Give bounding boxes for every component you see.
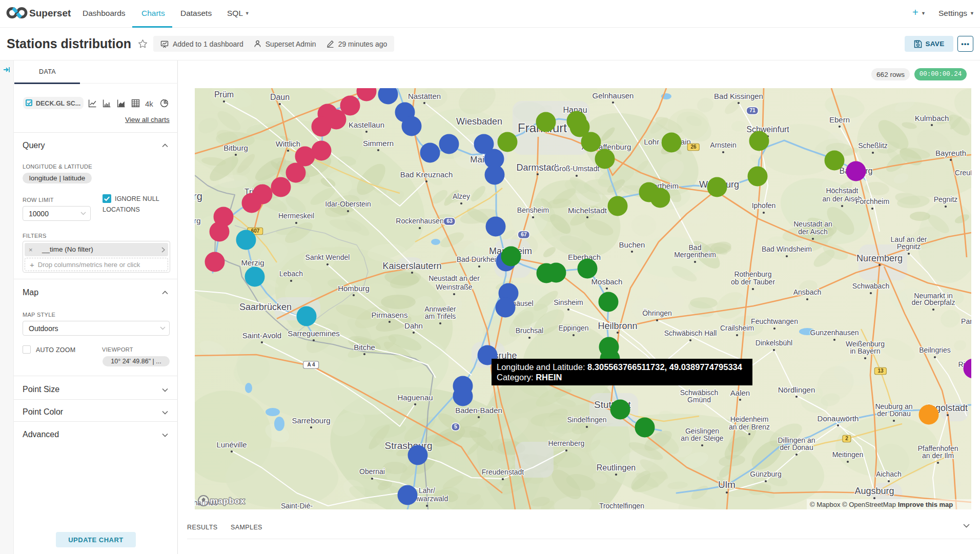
svg-text:Kastellaun: Kastellaun: [349, 120, 384, 129]
svg-text:ob der Tauber: ob der Tauber: [731, 278, 775, 286]
svg-text:Sarrebourg: Sarrebourg: [292, 416, 330, 425]
svg-text:Darmstadt: Darmstadt: [516, 162, 559, 173]
svg-text:Michelstadt: Michelstadt: [568, 206, 607, 215]
svg-text:Bad Dürkheim: Bad Dürkheim: [457, 255, 502, 263]
svg-text:Neustadt an der: Neustadt an der: [428, 274, 480, 282]
svg-text:Iphofen: Iphofen: [752, 201, 776, 210]
svg-text:in Bayern: in Bayern: [850, 347, 880, 355]
svg-text:Gelnhausen: Gelnhausen: [593, 91, 634, 100]
svg-text:© Mapbox © OpenStreetMap Impro: © Mapbox © OpenStreetMap Improve this ma…: [810, 501, 953, 508]
svg-text:Aalen: Aalen: [730, 388, 750, 397]
svg-text:Freudenstadt: Freudenstadt: [482, 468, 524, 476]
svg-text:67: 67: [521, 231, 527, 237]
svg-text:Herrenberg: Herrenberg: [548, 439, 585, 447]
svg-text:Haguenau: Haguenau: [397, 393, 433, 402]
svg-text:Donauwörth: Donauwörth: [818, 414, 859, 423]
svg-text:Nuremberg: Nuremberg: [856, 253, 903, 263]
svg-text:Bad Kissingen: Bad Kissingen: [714, 92, 763, 100]
svg-text:an der Steige: an der Steige: [681, 434, 723, 442]
svg-text:Obernai: Obernai: [359, 467, 385, 476]
svg-text:Merzig: Merzig: [241, 258, 264, 267]
svg-text:rg: rg: [195, 216, 201, 225]
svg-text:Rockenhausen: Rockenhausen: [396, 217, 443, 225]
svg-text:Scheßlitz: Scheßlitz: [858, 141, 888, 150]
svg-text:Schwäbisch Hall: Schwäbisch Hall: [664, 329, 717, 337]
svg-text:Feuchtwangen: Feuchtwangen: [751, 317, 798, 325]
svg-text:Bad Windsheim: Bad Windsheim: [762, 245, 812, 253]
svg-text:Heilbronn: Heilbronn: [598, 321, 637, 331]
svg-text:Bensheim: Bensheim: [517, 206, 549, 214]
svg-text:Daun: Daun: [270, 93, 290, 101]
svg-text:Bayreuth: Bayreuth: [935, 149, 966, 157]
svg-text:Weinstraße: Weinstraße: [436, 283, 473, 291]
svg-text:Trochtelfingen: Trochtelfingen: [599, 502, 644, 509]
svg-text:Nördlingen: Nördlingen: [778, 385, 815, 394]
svg-text:Kaiserslautern: Kaiserslautern: [382, 261, 441, 271]
svg-text:Forchheim: Forchheim: [855, 197, 889, 206]
svg-text:Neustadt an: Neustadt an: [793, 220, 832, 228]
svg-text:Öhringen: Öhringen: [642, 309, 672, 317]
svg-text:Buchen: Buchen: [619, 240, 645, 249]
svg-text:Schwabach: Schwabach: [852, 282, 889, 290]
svg-text:63: 63: [446, 218, 453, 224]
svg-text:Bad Kreuznach: Bad Kreuznach: [400, 170, 453, 179]
svg-text:2: 2: [845, 436, 848, 441]
svg-text:Heidenheim: Heidenheim: [730, 415, 769, 423]
svg-text:Sinsheim: Sinsheim: [554, 298, 583, 306]
svg-text:Mergentheim: Mergentheim: [674, 251, 716, 259]
svg-text:Saint-Avold: Saint-Avold: [242, 331, 281, 340]
svg-text:Meitingen: Meitingen: [832, 450, 864, 459]
svg-text:Lunéville: Lunéville: [216, 440, 247, 449]
svg-text:Wiesbaden: Wiesbaden: [456, 116, 502, 127]
svg-text:Groß-Umstadt: Groß-Umstadt: [554, 165, 600, 173]
svg-text:Baden-Baden: Baden-Baden: [455, 406, 502, 415]
svg-text:Günzburg: Günzburg: [750, 470, 781, 478]
svg-text:Sarreguemines: Sarreguemines: [288, 329, 340, 338]
svg-text:Bitche: Bitche: [354, 343, 375, 352]
svg-text:rg: rg: [195, 191, 202, 202]
svg-text:Aichach: Aichach: [876, 470, 902, 478]
svg-text:Ebern: Ebern: [829, 115, 850, 124]
svg-text:Bruchsal: Bruchsal: [516, 326, 543, 335]
svg-text:Sankt Wendel: Sankt Wendel: [305, 253, 350, 261]
svg-text:Pirmasens: Pirmasens: [372, 311, 408, 319]
svg-text:26: 26: [690, 144, 697, 150]
svg-text:Homburg: Homburg: [338, 284, 370, 293]
svg-text:an der Ilm: an der Ilm: [922, 452, 954, 460]
svg-text:Sindelfingen: Sindelfingen: [567, 416, 606, 424]
svg-text:Eppingen: Eppingen: [558, 324, 588, 332]
svg-text:Saarbrücken: Saarbrücken: [239, 302, 292, 312]
svg-text:Gunzenhausen: Gunzenhausen: [810, 329, 859, 337]
svg-text:der Aisch: der Aisch: [798, 228, 828, 236]
svg-text:Reutlingen: Reutlingen: [597, 463, 636, 472]
svg-text:Augsburg: Augsburg: [854, 486, 894, 496]
svg-text:Pegnitz: Pegnitz: [897, 242, 921, 251]
svg-text:Pegnitz: Pegnitz: [934, 195, 958, 203]
svg-text:Creußen: Creußen: [955, 169, 971, 177]
svg-text:Simmern: Simmern: [363, 139, 394, 148]
svg-text:Rothenburg: Rothenburg: [734, 270, 771, 278]
svg-text:der Oberpfalz: der Oberpfalz: [912, 298, 955, 306]
svg-text:Arnstein: Arnstein: [710, 141, 736, 149]
svg-text:der Donau: der Donau: [877, 409, 910, 418]
svg-text:der Donau: der Donau: [780, 443, 813, 452]
svg-text:am Trifels: am Trifels: [425, 312, 456, 320]
svg-text:A 4: A 4: [307, 362, 315, 367]
svg-text:Crailsheim: Crailsheim: [720, 324, 754, 332]
svg-text:Idar-Oberstein: Idar-Oberstein: [325, 200, 371, 208]
svg-text:Wittlich: Wittlich: [276, 139, 300, 148]
svg-text:häusel: häusel: [512, 299, 533, 307]
svg-text:Kulmbach: Kulmbach: [915, 114, 949, 122]
svg-text:Nastätten: Nastätten: [408, 92, 441, 100]
svg-text:Ulm: Ulm: [718, 479, 736, 490]
svg-text:mapbox: mapbox: [210, 496, 245, 506]
svg-text:Mosbach: Mosbach: [591, 277, 623, 286]
svg-text:Beilngries: Beilngries: [919, 346, 950, 354]
svg-text:Gmünd: Gmünd: [687, 396, 711, 404]
svg-text:71: 71: [749, 107, 756, 113]
svg-text:Lebach: Lebach: [279, 270, 303, 278]
svg-text:Höchstadt: Höchstadt: [826, 187, 858, 195]
svg-text:Dinkelsbühl: Dinkelsbühl: [756, 339, 792, 347]
svg-text:Par: Par: [961, 317, 971, 325]
svg-text:Lahr/: Lahr/: [419, 486, 435, 495]
